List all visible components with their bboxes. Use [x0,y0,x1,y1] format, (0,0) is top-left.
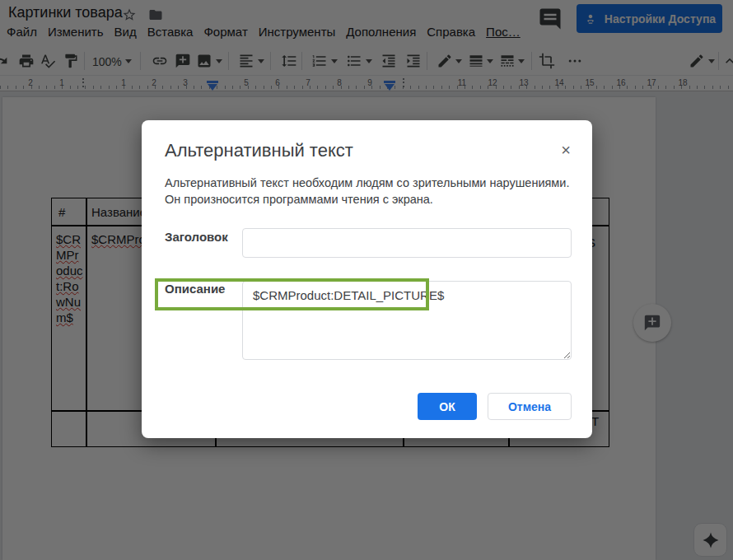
description-field-textarea[interactable]: $CRMProduct:DETAIL_PICTURE$ [242,281,572,360]
title-field-label: Заголовок [165,230,228,244]
google-docs-app: Картинки товара Файл Изменить Вид Вставк… [0,0,733,560]
dialog-description-text: Альтернативный текст необходим людям со … [165,175,573,208]
description-field-label: Описание [165,282,225,296]
title-field-input[interactable] [242,228,572,258]
close-icon[interactable]: × [561,142,571,158]
dialog-title: Альтернативный текст [165,140,353,161]
alt-text-dialog: Альтернативный текст × Альтернативный те… [142,120,592,438]
ok-button[interactable]: ОК [418,393,477,420]
cancel-button[interactable]: Отмена [488,393,572,420]
